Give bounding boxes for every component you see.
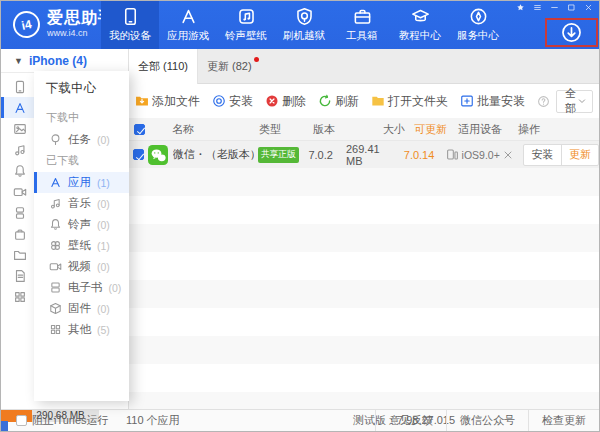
tab-全部 (110)[interactable]: 全部 (110) bbox=[129, 49, 198, 84]
ringtones-icon bbox=[13, 164, 27, 178]
column-header-类型: 类型 bbox=[255, 122, 313, 137]
panel-item-视频[interactable]: 视频(0) bbox=[34, 256, 129, 277]
status-link-检查更新[interactable]: 检查更新 bbox=[528, 410, 599, 431]
panel-item-label: 电子书 bbox=[68, 280, 103, 295]
videos-icon bbox=[13, 185, 27, 199]
打开文件夹-button[interactable]: 打开文件夹 bbox=[371, 93, 448, 110]
nav-item-应用游戏[interactable]: 应用游戏 bbox=[159, 1, 217, 49]
skin-icon[interactable] bbox=[516, 3, 525, 12]
toolbar-button-label: 删除 bbox=[282, 93, 306, 110]
tasks-icon bbox=[49, 133, 62, 146]
other-icon bbox=[49, 323, 62, 336]
panel-item-count: (1) bbox=[97, 177, 110, 189]
batch-install-icon bbox=[460, 94, 474, 108]
my-device-icon bbox=[121, 7, 140, 26]
menu-icon[interactable] bbox=[533, 3, 542, 12]
table-header: 名称类型版本大小可更新适用设备操作 bbox=[129, 118, 599, 141]
toolbar: 添加文件安装删除刷新打开文件夹批量安装 全部 bbox=[129, 84, 599, 118]
tab-bar: 全部 (110)更新 (82) bbox=[129, 49, 599, 84]
column-header-名称: 名称 bbox=[149, 122, 255, 137]
update-button[interactable]: 更新 bbox=[561, 145, 598, 165]
block-itunes-toggle[interactable]: 阻止iTunes运行 bbox=[16, 410, 109, 431]
minimize-icon[interactable] bbox=[550, 3, 559, 12]
刷新-button[interactable]: 刷新 bbox=[318, 93, 359, 110]
nav-item-我的设备[interactable]: 我的设备 bbox=[101, 1, 159, 49]
select-all-checkbox[interactable] bbox=[134, 124, 145, 135]
flash-jailbreak-icon bbox=[295, 7, 314, 26]
device-name: iPhone (4) bbox=[29, 54, 87, 68]
toolbox-icon bbox=[353, 7, 372, 26]
status-link-意见反馈[interactable]: 意见反馈 bbox=[375, 410, 446, 431]
panel-item-应用[interactable]: 应用(1) bbox=[34, 172, 129, 193]
panel-item-其他[interactable]: 其他(5) bbox=[34, 319, 129, 340]
photos-icon bbox=[13, 122, 27, 136]
close-icon[interactable] bbox=[584, 3, 593, 12]
panel-item-label: 其他 bbox=[68, 322, 91, 337]
music-icon bbox=[49, 197, 62, 210]
panel-item-铃声[interactable]: 铃声(0) bbox=[34, 214, 129, 235]
row-checkbox[interactable] bbox=[133, 149, 144, 160]
wechat-icon bbox=[148, 145, 168, 165]
documents-icon bbox=[13, 269, 27, 283]
update-version: 7.0.14 bbox=[395, 149, 438, 161]
nav-item-铃声壁纸[interactable]: 铃声壁纸 bbox=[217, 1, 275, 49]
nav-item-服务中心[interactable]: 服务中心 bbox=[449, 1, 507, 49]
chevron-down-icon bbox=[576, 95, 588, 107]
批量安装-button[interactable]: 批量安装 bbox=[460, 93, 525, 110]
tab-label: 全部 (110) bbox=[138, 59, 188, 74]
help-icon[interactable] bbox=[537, 95, 550, 108]
panel-item-label: 视频 bbox=[68, 259, 91, 274]
app-size: 269.41 MB bbox=[346, 143, 395, 167]
删除-button[interactable]: 删除 bbox=[265, 93, 306, 110]
app-games-icon bbox=[179, 7, 198, 26]
panel-section-label: 已下载 bbox=[34, 150, 129, 172]
panel-section-label: 下载中 bbox=[34, 107, 129, 129]
nav-item-工具箱[interactable]: 工具箱 bbox=[333, 1, 391, 49]
notification-dot bbox=[254, 57, 259, 62]
block-itunes-label: 阻止iTunes运行 bbox=[32, 413, 109, 428]
panel-item-count: (0) bbox=[97, 134, 110, 146]
panel-item-音乐[interactable]: 音乐(0) bbox=[34, 193, 129, 214]
block-itunes-checkbox[interactable] bbox=[16, 415, 27, 426]
backup-icon bbox=[13, 227, 27, 241]
device-info-icon bbox=[13, 80, 27, 94]
status-link-微信公众号[interactable]: 微信公众号 bbox=[446, 410, 528, 431]
column-header-大小: 大小 bbox=[353, 122, 405, 137]
panel-item-固件[interactable]: 固件(0) bbox=[34, 298, 129, 319]
toolbar-button-label: 刷新 bbox=[335, 93, 359, 110]
nav-item-教程中心[interactable]: 教程中心 bbox=[391, 1, 449, 49]
nav-item-label: 工具箱 bbox=[346, 29, 378, 43]
highlight-box bbox=[545, 18, 598, 47]
device-selector[interactable]: ▼ iPhone (4) bbox=[1, 49, 128, 73]
panel-item-电子书[interactable]: 电子书(0) bbox=[34, 277, 129, 298]
安装-button[interactable]: 安装 bbox=[212, 93, 253, 110]
panel-item-count: (0) bbox=[97, 219, 110, 231]
panel-item-任务[interactable]: 任务(0) bbox=[34, 129, 129, 150]
download-icon bbox=[561, 22, 582, 43]
nav-item-刷机越狱[interactable]: 刷机越狱 bbox=[275, 1, 333, 49]
contacts-icon bbox=[13, 206, 27, 220]
maximize-icon[interactable] bbox=[567, 3, 576, 12]
music-icon bbox=[13, 143, 27, 157]
download-center-button[interactable] bbox=[561, 22, 582, 43]
toolbar-button-label: 添加文件 bbox=[152, 93, 200, 110]
filter-dropdown[interactable]: 全部 bbox=[556, 90, 593, 113]
nav-item-label: 教程中心 bbox=[399, 29, 441, 43]
添加文件-button[interactable]: 添加文件 bbox=[135, 93, 200, 110]
tutorial-icon bbox=[411, 7, 430, 26]
panel-item-count: (0) bbox=[97, 261, 110, 273]
ringtone-wallpaper-icon bbox=[237, 7, 256, 26]
table-row[interactable]: 微信・（老版本） 共享正版 7.0.2 269.41 MB 7.0.14 iOS… bbox=[129, 141, 599, 168]
panel-item-label: 壁纸 bbox=[68, 238, 91, 253]
wallpaper-icon bbox=[49, 239, 62, 252]
install-button[interactable]: 安装 bbox=[524, 145, 561, 165]
brand-logo[interactable]: i4 爱思助手 www.i4.cn bbox=[13, 10, 115, 38]
panel-title: 下载中心 bbox=[34, 71, 129, 107]
empty-list-area bbox=[129, 168, 599, 409]
panel-item-壁纸[interactable]: 壁纸(1) bbox=[34, 235, 129, 256]
tab-更新 (82)[interactable]: 更新 (82) bbox=[198, 49, 261, 83]
firmware-icon bbox=[49, 302, 62, 315]
filter-value: 全部 bbox=[565, 86, 576, 116]
corner-indicator bbox=[1, 421, 8, 431]
column-header-操作: 操作 bbox=[516, 122, 599, 137]
